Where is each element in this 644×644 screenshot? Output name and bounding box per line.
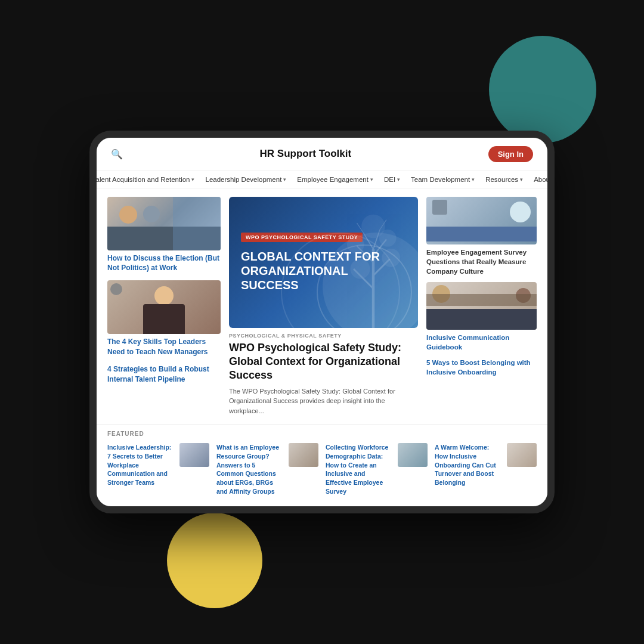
- main-article-title: WPO Psychological Safety Study: Global C…: [229, 341, 418, 383]
- right-column: Employee Engagement Survey Questions tha…: [426, 197, 537, 416]
- chevron-down-icon: ▾: [191, 177, 194, 182]
- center-column: WPO PSYCHOLOGICAL SAFETY STUDY GLOBAL CO…: [229, 197, 418, 416]
- list-item[interactable]: 4 Strategies to Build a Robust Internal …: [107, 364, 221, 385]
- right-article-title-1: Employee Engagement Survey Questions tha…: [426, 247, 537, 276]
- nav-item-engagement[interactable]: Employee Engagement ▾: [297, 176, 373, 183]
- chevron-down-icon: ▾: [472, 177, 475, 182]
- left-column: How to Discuss the Election (But Not Pol…: [107, 197, 221, 416]
- list-item[interactable]: 5 Ways to Boost Belonging with Inclusive…: [426, 358, 537, 377]
- list-item[interactable]: Inclusive Communication Guidebook: [426, 282, 537, 352]
- main-nav: Talent Acquisition and Retention ▾ Leade…: [97, 171, 547, 188]
- featured-item-text-2: What is an Employee Resource Group? Answ…: [216, 443, 284, 496]
- nav-item-dei[interactable]: DEI ▾: [384, 176, 400, 183]
- article-title-1: How to Discuss the Election (But Not Pol…: [107, 253, 221, 274]
- header: 🔍 HR Support Toolkit Sign In: [97, 138, 547, 171]
- list-item[interactable]: A Warm Welcome: How Inclusive Onboarding…: [435, 443, 537, 496]
- featured-thumb-3: [398, 443, 428, 467]
- main-article-description: The WPO Psychological Safety Study: Glob…: [229, 386, 418, 416]
- nav-item-talent[interactable]: Talent Acquisition and Retention ▾: [97, 176, 194, 183]
- featured-thumb-4: [507, 443, 537, 467]
- sign-in-button[interactable]: Sign In: [488, 146, 533, 162]
- list-item[interactable]: Collecting Workforce Demographic Data: H…: [326, 443, 428, 496]
- featured-item-text-1: Inclusive Leadership: 7 Secrets to Bette…: [107, 443, 175, 487]
- main-content: How to Discuss the Election (But Not Pol…: [97, 188, 547, 425]
- site-title: HR Support Toolkit: [260, 148, 352, 160]
- right-article-title-2: Inclusive Communication Guidebook: [426, 333, 537, 352]
- tablet-frame: 🔍 HR Support Toolkit Sign In Talent Acqu…: [89, 131, 555, 514]
- article-image-1: [107, 197, 221, 250]
- right-article-image-2: [426, 282, 537, 330]
- nav-item-about[interactable]: About: [534, 176, 547, 183]
- right-article-image-1: [426, 197, 537, 244]
- chevron-down-icon: ▾: [283, 177, 286, 182]
- list-item[interactable]: Employee Engagement Survey Questions tha…: [426, 197, 537, 276]
- featured-grid: Inclusive Leadership: 7 Secrets to Bette…: [107, 443, 537, 496]
- right-article-title-3: 5 Ways to Boost Belonging with Inclusive…: [426, 358, 537, 377]
- nav-item-leadership[interactable]: Leadership Development ▾: [205, 176, 286, 183]
- decorative-circle-yellow: [167, 513, 262, 608]
- nav-item-team[interactable]: Team Development ▾: [411, 176, 475, 183]
- featured-item-text-3: Collecting Workforce Demographic Data: H…: [326, 443, 393, 496]
- list-item[interactable]: How to Discuss the Election (But Not Pol…: [107, 197, 221, 274]
- nav-item-resources[interactable]: Resources ▾: [485, 176, 523, 183]
- main-article[interactable]: PSYCHOLOGICAL & PHYSICAL SAFETY WPO Psyc…: [229, 333, 418, 416]
- chevron-down-icon: ▾: [370, 177, 373, 182]
- hero-banner[interactable]: WPO PSYCHOLOGICAL SAFETY STUDY GLOBAL CO…: [229, 197, 418, 328]
- article-category: PSYCHOLOGICAL & PHYSICAL SAFETY: [229, 333, 418, 339]
- featured-thumb-2: [289, 443, 318, 467]
- chevron-down-icon: ▾: [520, 177, 523, 182]
- screen: 🔍 HR Support Toolkit Sign In Talent Acqu…: [97, 138, 547, 507]
- list-item[interactable]: Inclusive Leadership: 7 Secrets to Bette…: [107, 443, 209, 496]
- list-item[interactable]: The 4 Key Skills Top Leaders Need to Tea…: [107, 280, 221, 357]
- article-title-2: The 4 Key Skills Top Leaders Need to Tea…: [107, 337, 221, 357]
- featured-thumb-1: [179, 443, 209, 467]
- article-title-3: 4 Strategies to Build a Robust Internal …: [107, 364, 221, 385]
- list-item[interactable]: What is an Employee Resource Group? Answ…: [216, 443, 318, 496]
- svg-point-13: [361, 214, 385, 238]
- article-image-2: [107, 280, 221, 334]
- featured-item-text-4: A Warm Welcome: How Inclusive Onboarding…: [435, 443, 502, 487]
- decorative-circle-teal: [489, 36, 596, 143]
- chevron-down-icon: ▾: [397, 177, 400, 182]
- featured-label: FEATURED: [107, 431, 537, 437]
- featured-section: FEATURED Inclusive Leadership: 7 Secrets…: [97, 424, 547, 506]
- search-icon[interactable]: 🔍: [111, 148, 123, 160]
